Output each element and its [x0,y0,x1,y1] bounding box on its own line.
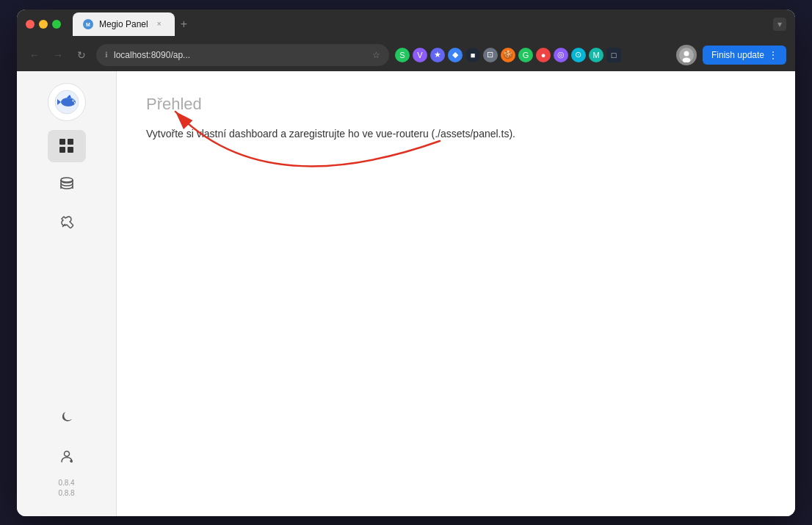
address-bar[interactable]: ℹ localhost:8090/ap... ☆ [96,44,389,66]
sidebar-bottom: 0.8.4 0.8.8 [48,402,86,504]
minimize-window-btn[interactable] [39,20,48,29]
page-title: Přehled [146,95,766,114]
tab-title: Megio Panel [99,19,148,29]
ext-icon-1[interactable]: S [395,48,410,62]
main-area: 0.8.4 0.8.8 Přehled Vytvořte si vlastní … [17,71,795,516]
ext-icon-12[interactable]: M [589,48,603,62]
tabs-expand-btn[interactable]: ▾ [773,18,786,31]
maximize-window-btn[interactable] [52,20,61,29]
finish-update-btn[interactable]: Finish update ⋮ [703,46,786,65]
sidebar-item-tools[interactable] [48,206,86,239]
ext-icon-8[interactable]: G [518,48,533,62]
sidebar-item-user[interactable] [48,440,86,472]
reload-btn[interactable]: ↻ [73,46,90,64]
sidebar-item-dashboard[interactable] [48,130,86,162]
ext-icon-6[interactable]: ⊡ [483,48,498,62]
tab-close-btn[interactable]: × [154,19,164,29]
sidebar: 0.8.4 0.8.8 [17,71,117,516]
moon-icon [59,410,75,426]
user-icon [59,448,75,464]
close-window-btn[interactable] [26,20,35,29]
title-bar: M Megio Panel × + ▾ [17,10,795,39]
back-btn[interactable]: ← [26,46,43,64]
ext-icon-10[interactable]: ◎ [554,48,568,62]
svg-text:M: M [86,22,90,27]
ext-icon-2[interactable]: V [413,48,427,62]
page-description: Vytvořte si vlastní dashboard a zaregist… [146,126,766,142]
svg-point-8 [73,100,73,101]
security-icon: ℹ [105,51,108,59]
ext-icon-4[interactable]: ◆ [448,48,463,62]
forward-btn[interactable]: → [49,46,67,64]
user-avatar-btn[interactable] [676,45,697,65]
ext-icon-5[interactable]: ■ [465,48,480,62]
ext-icon-13[interactable]: □ [606,48,621,62]
database-icon [59,176,75,192]
svg-point-13 [64,451,69,456]
svg-point-9 [61,178,73,182]
ext-icon-11[interactable]: ⊙ [571,48,586,62]
tab-bar: M Megio Panel × + [73,12,767,36]
svg-point-6 [61,98,76,106]
sidebar-logo[interactable] [48,83,86,121]
main-content: Přehled Vytvořte si vlastní dashboard a … [117,71,795,516]
tools-icon [59,214,75,231]
new-tab-btn[interactable]: + [178,15,190,34]
toolbar: ← → ↻ ℹ localhost:8090/ap... ☆ S V ★ ◆ ■… [17,39,795,71]
active-tab[interactable]: M Megio Panel × [73,12,175,36]
ext-icon-3[interactable]: ★ [430,48,445,62]
version-info: 0.8.4 0.8.8 [58,478,74,499]
content-area-wrapper: Přehled Vytvořte si vlastní dashboard a … [117,71,795,516]
sidebar-item-theme[interactable] [48,402,86,434]
extensions-bar: S V ★ ◆ ■ ⊡ 🍪 G ● ◎ ⊙ M □ [395,48,670,62]
address-text: localhost:8090/ap... [114,50,190,60]
svg-point-3 [684,51,689,56]
ext-icon-7[interactable]: 🍪 [501,48,515,62]
finish-update-more-icon: ⋮ [769,50,777,60]
sidebar-item-database[interactable] [48,168,86,200]
tab-favicon: M [83,19,93,29]
ext-icon-9[interactable]: ● [536,48,551,62]
dashboard-icon [59,139,74,153]
traffic-lights [26,20,61,29]
bookmark-icon[interactable]: ☆ [372,50,380,60]
